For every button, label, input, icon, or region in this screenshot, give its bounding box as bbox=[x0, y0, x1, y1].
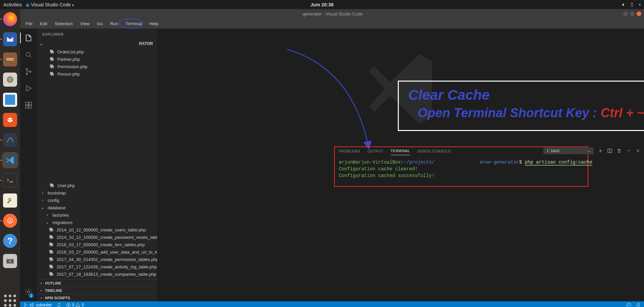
dock-camera[interactable] bbox=[2, 253, 18, 269]
tab-problems[interactable]: PROBLEMS bbox=[339, 149, 360, 155]
php-icon: 🐘 bbox=[49, 257, 54, 262]
folder-bootstrap[interactable]: ›bootstrap bbox=[37, 189, 157, 196]
explorer-sidebar: EXPLORER ⌄RATOR 🐘OrderList.php🐘Partner.p… bbox=[37, 29, 157, 301]
svg-point-6 bbox=[9, 260, 12, 263]
menu-run[interactable]: Run bbox=[107, 20, 121, 28]
activity-extensions[interactable] bbox=[20, 98, 37, 113]
file-item[interactable]: 🐘2017_07_18_163613_create_companies_tabl… bbox=[37, 270, 157, 278]
annotation-title: Clear Cache bbox=[408, 87, 644, 103]
dock-ubuntu-software[interactable] bbox=[2, 112, 18, 128]
dock-firefox[interactable] bbox=[2, 11, 18, 27]
maximize-panel-icon[interactable] bbox=[626, 148, 631, 154]
panel-actions: 1: bash⌄ bbox=[543, 147, 641, 154]
terminal-command: php artisan config:cache bbox=[525, 160, 593, 166]
activity-run-debug[interactable] bbox=[20, 81, 37, 96]
svg-rect-0 bbox=[6, 58, 14, 59]
gnome-top-bar: Activities ⬙Visual Studio Code▾ Jum 20:3… bbox=[0, 0, 644, 9]
close-panel-icon[interactable] bbox=[635, 148, 641, 154]
php-icon: 🐘 bbox=[49, 227, 54, 232]
section-npm-scripts[interactable]: ›NPM SCRIPTS bbox=[37, 294, 157, 301]
terminal-selector[interactable]: 1: bash⌄ bbox=[543, 147, 594, 154]
status-notifications[interactable] bbox=[636, 303, 641, 307]
file-item[interactable]: 🐘2014_10_12_100000_create_password_reset… bbox=[37, 233, 157, 241]
dock-terminal[interactable] bbox=[2, 172, 18, 188]
file-item[interactable]: 🐘OrderList.php bbox=[37, 48, 157, 55]
activity-settings[interactable]: 1 bbox=[20, 284, 37, 299]
svg-point-15 bbox=[28, 291, 30, 293]
php-icon: 🐘 bbox=[49, 235, 54, 239]
file-item[interactable]: 🐘User.php bbox=[37, 182, 157, 189]
new-terminal-icon[interactable] bbox=[598, 148, 603, 154]
dock-app-generic-1[interactable] bbox=[2, 72, 18, 88]
workspace-header[interactable]: ⌄RATOR bbox=[37, 40, 157, 47]
file-item[interactable]: 🐘2016_03_27_000000_add_user_data_and_url… bbox=[37, 248, 157, 256]
tab-terminal[interactable]: TERMINAL bbox=[391, 149, 410, 155]
status-sync[interactable] bbox=[57, 303, 61, 307]
svg-point-19 bbox=[26, 305, 27, 305]
dock-text-editor[interactable] bbox=[2, 192, 18, 209]
folder-factories[interactable]: ›factories bbox=[37, 211, 157, 219]
window-close[interactable] bbox=[637, 11, 641, 16]
activity-search[interactable] bbox=[20, 47, 37, 62]
dock-postman[interactable] bbox=[2, 213, 18, 229]
folder-database[interactable]: ⌄database bbox=[37, 204, 157, 211]
clock[interactable]: Jum 20:38 bbox=[311, 2, 333, 7]
svg-rect-3 bbox=[8, 199, 10, 200]
svg-point-17 bbox=[24, 303, 25, 304]
menu-terminal[interactable]: Terminal bbox=[122, 20, 145, 28]
php-icon: 🐘 bbox=[49, 242, 54, 247]
dock-libreoffice-writer[interactable] bbox=[2, 92, 18, 108]
activity-explorer[interactable] bbox=[20, 31, 37, 45]
php-icon: 🐘 bbox=[50, 49, 55, 54]
dock-thunderbird[interactable] bbox=[2, 31, 18, 47]
activity-bar: 1 bbox=[20, 29, 37, 301]
folder-config[interactable]: ›config bbox=[37, 196, 157, 204]
svg-point-10 bbox=[30, 71, 31, 73]
svg-point-7 bbox=[26, 52, 30, 56]
file-item[interactable]: 🐘2016_03_17_000000_create_lern_tables.ph… bbox=[37, 241, 157, 248]
svg-rect-14 bbox=[29, 105, 32, 108]
menu-selection[interactable]: Selection bbox=[51, 20, 76, 28]
menu-go[interactable]: Go bbox=[94, 20, 106, 28]
menu-help[interactable]: Help bbox=[146, 20, 162, 28]
window-maximize[interactable] bbox=[630, 11, 635, 16]
php-icon: 🐘 bbox=[49, 264, 54, 269]
kill-terminal-icon[interactable] bbox=[616, 148, 622, 154]
dock-show-apps[interactable] bbox=[2, 293, 18, 307]
file-item[interactable]: 🐘2017_07_17_122439_create_activity_log_t… bbox=[37, 263, 157, 270]
status-branch[interactable]: v2_suborder bbox=[23, 303, 52, 307]
php-icon: 🐘 bbox=[50, 72, 55, 76]
window-minimize[interactable] bbox=[623, 11, 628, 16]
system-tray[interactable]: ▾ bbox=[622, 2, 641, 7]
dock-files[interactable] bbox=[2, 51, 18, 68]
menu-edit[interactable]: Edit bbox=[37, 20, 51, 28]
file-item[interactable]: 🐘Partner.php bbox=[37, 55, 157, 63]
window-title: -generator - Visual Studio Code bbox=[302, 11, 363, 16]
svg-rect-1 bbox=[6, 59, 14, 60]
section-timeline[interactable]: ›TIMELINE bbox=[37, 287, 157, 294]
menu-file[interactable]: File bbox=[22, 20, 36, 28]
file-item[interactable]: 🐘Permission.php bbox=[37, 63, 157, 70]
split-terminal-icon[interactable] bbox=[607, 148, 612, 154]
dock-vscode[interactable] bbox=[2, 152, 18, 168]
status-feedback[interactable] bbox=[627, 303, 631, 307]
menu-view[interactable]: View bbox=[77, 20, 93, 28]
folder-migrations[interactable]: ⌄migrations bbox=[37, 219, 157, 226]
status-problems[interactable]: 0 0 bbox=[66, 303, 84, 307]
dock-help[interactable]: ? bbox=[2, 233, 18, 249]
dock-mysql-workbench[interactable] bbox=[2, 132, 18, 148]
tab-debug-console[interactable]: DEBUG CONSOLE bbox=[418, 149, 451, 155]
activity-source-control[interactable] bbox=[20, 64, 37, 79]
bottom-panel: PROBLEMS OUTPUT TERMINAL DEBUG CONSOLE 1… bbox=[335, 146, 641, 274]
file-item[interactable]: 🐘2017_04_30_014352_create_permission_tab… bbox=[37, 256, 157, 263]
tab-output[interactable]: OUTPUT bbox=[368, 149, 383, 155]
file-item[interactable]: 🐘Person.php bbox=[37, 70, 157, 78]
activities-button[interactable]: Activities bbox=[3, 2, 22, 7]
terminal-output[interactable]: arjun@arjun-VirtualBox:~/projects/ ense-… bbox=[335, 158, 641, 179]
file-item[interactable]: 🐘2014_10_12_000000_create_users_table.ph… bbox=[37, 226, 157, 233]
svg-rect-2 bbox=[8, 198, 12, 199]
php-icon: 🐘 bbox=[50, 57, 55, 61]
sound-icon bbox=[622, 2, 626, 7]
section-outline[interactable]: ›OUTLINE bbox=[37, 279, 157, 287]
app-menu[interactable]: ⬙Visual Studio Code▾ bbox=[26, 2, 74, 7]
